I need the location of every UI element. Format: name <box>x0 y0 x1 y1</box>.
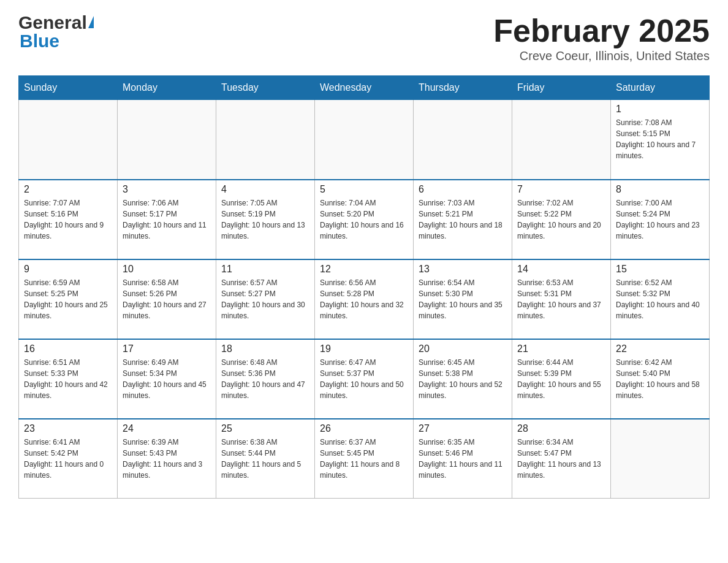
day-info: Sunrise: 7:05 AMSunset: 5:19 PMDaylight:… <box>221 197 309 242</box>
calendar-day-cell: 25Sunrise: 6:38 AMSunset: 5:44 PMDayligh… <box>216 419 315 499</box>
calendar-week-row: 2Sunrise: 7:07 AMSunset: 5:16 PMDaylight… <box>19 180 710 259</box>
day-info: Sunrise: 7:02 AMSunset: 5:22 PMDaylight:… <box>517 197 605 242</box>
day-number: 11 <box>221 264 309 275</box>
day-number: 23 <box>24 423 112 434</box>
day-info: Sunrise: 7:00 AMSunset: 5:24 PMDaylight:… <box>616 197 704 242</box>
day-number: 8 <box>616 184 704 195</box>
day-info: Sunrise: 6:56 AMSunset: 5:28 PMDaylight:… <box>320 277 408 321</box>
calendar-day-cell <box>216 100 315 180</box>
day-info: Sunrise: 6:59 AMSunset: 5:25 PMDaylight:… <box>24 277 112 321</box>
day-info: Sunrise: 6:38 AMSunset: 5:44 PMDaylight:… <box>221 437 309 481</box>
day-number: 10 <box>123 264 211 275</box>
day-number: 18 <box>221 343 309 354</box>
day-number: 1 <box>616 104 704 115</box>
day-info: Sunrise: 6:57 AMSunset: 5:27 PMDaylight:… <box>221 277 309 321</box>
day-info: Sunrise: 6:49 AMSunset: 5:34 PMDaylight:… <box>123 357 211 401</box>
calendar-day-cell: 19Sunrise: 6:47 AMSunset: 5:37 PMDayligh… <box>315 339 414 419</box>
day-info: Sunrise: 6:47 AMSunset: 5:37 PMDaylight:… <box>320 357 408 401</box>
day-number: 15 <box>616 264 704 275</box>
day-of-week-header: Wednesday <box>315 76 414 100</box>
day-number: 27 <box>419 423 507 434</box>
day-info: Sunrise: 7:04 AMSunset: 5:20 PMDaylight:… <box>320 197 408 242</box>
day-info: Sunrise: 6:34 AMSunset: 5:47 PMDaylight:… <box>517 437 605 481</box>
calendar-day-cell: 7Sunrise: 7:02 AMSunset: 5:22 PMDaylight… <box>512 180 611 259</box>
calendar-header-row: SundayMondayTuesdayWednesdayThursdayFrid… <box>19 76 710 100</box>
day-number: 13 <box>419 264 507 275</box>
day-info: Sunrise: 7:03 AMSunset: 5:21 PMDaylight:… <box>419 197 507 242</box>
calendar-day-cell: 6Sunrise: 7:03 AMSunset: 5:21 PMDaylight… <box>414 180 512 259</box>
day-number: 21 <box>517 343 605 354</box>
logo: General Blue <box>18 12 94 52</box>
calendar-day-cell: 13Sunrise: 6:54 AMSunset: 5:30 PMDayligh… <box>414 259 512 339</box>
day-number: 24 <box>123 423 211 434</box>
day-info: Sunrise: 6:35 AMSunset: 5:46 PMDaylight:… <box>419 437 507 481</box>
day-info: Sunrise: 6:41 AMSunset: 5:42 PMDaylight:… <box>24 437 112 481</box>
day-number: 25 <box>221 423 309 434</box>
day-info: Sunrise: 6:54 AMSunset: 5:30 PMDaylight:… <box>419 277 507 321</box>
calendar-day-cell: 4Sunrise: 7:05 AMSunset: 5:19 PMDaylight… <box>216 180 315 259</box>
calendar-day-cell: 5Sunrise: 7:04 AMSunset: 5:20 PMDaylight… <box>315 180 414 259</box>
calendar-day-cell: 16Sunrise: 6:51 AMSunset: 5:33 PMDayligh… <box>19 339 118 419</box>
calendar-day-cell: 3Sunrise: 7:06 AMSunset: 5:17 PMDaylight… <box>118 180 216 259</box>
day-number: 5 <box>320 184 408 195</box>
day-info: Sunrise: 6:51 AMSunset: 5:33 PMDaylight:… <box>24 357 112 401</box>
calendar-day-cell: 11Sunrise: 6:57 AMSunset: 5:27 PMDayligh… <box>216 259 315 339</box>
day-number: 2 <box>24 184 112 195</box>
day-info: Sunrise: 7:06 AMSunset: 5:17 PMDaylight:… <box>123 197 211 242</box>
calendar-day-cell: 10Sunrise: 6:58 AMSunset: 5:26 PMDayligh… <box>118 259 216 339</box>
day-info: Sunrise: 6:48 AMSunset: 5:36 PMDaylight:… <box>221 357 309 401</box>
calendar-day-cell: 26Sunrise: 6:37 AMSunset: 5:45 PMDayligh… <box>315 419 414 499</box>
day-number: 7 <box>517 184 605 195</box>
calendar-day-cell <box>315 100 414 180</box>
calendar-day-cell <box>118 100 216 180</box>
day-number: 26 <box>320 423 408 434</box>
day-of-week-header: Thursday <box>414 76 512 100</box>
day-number: 22 <box>616 343 704 354</box>
day-number: 20 <box>419 343 507 354</box>
day-info: Sunrise: 6:52 AMSunset: 5:32 PMDaylight:… <box>616 277 704 321</box>
calendar-day-cell <box>611 419 710 499</box>
day-info: Sunrise: 7:07 AMSunset: 5:16 PMDaylight:… <box>24 197 112 242</box>
day-number: 3 <box>123 184 211 195</box>
calendar-day-cell <box>414 100 512 180</box>
page-header: General Blue February 2025 Creve Coeur, … <box>18 12 710 63</box>
day-number: 14 <box>517 264 605 275</box>
day-info: Sunrise: 7:08 AMSunset: 5:15 PMDaylight:… <box>616 117 704 161</box>
day-number: 19 <box>320 343 408 354</box>
calendar-week-row: 16Sunrise: 6:51 AMSunset: 5:33 PMDayligh… <box>19 339 710 419</box>
calendar-day-cell: 17Sunrise: 6:49 AMSunset: 5:34 PMDayligh… <box>118 339 216 419</box>
day-number: 16 <box>24 343 112 354</box>
title-area: February 2025 Creve Coeur, Illinois, Uni… <box>493 12 710 63</box>
day-of-week-header: Sunday <box>19 76 118 100</box>
logo-blue: Blue <box>20 31 59 52</box>
calendar-day-cell: 24Sunrise: 6:39 AMSunset: 5:43 PMDayligh… <box>118 419 216 499</box>
day-number: 9 <box>24 264 112 275</box>
day-number: 6 <box>419 184 507 195</box>
calendar-day-cell: 8Sunrise: 7:00 AMSunset: 5:24 PMDaylight… <box>611 180 710 259</box>
day-info: Sunrise: 6:44 AMSunset: 5:39 PMDaylight:… <box>517 357 605 401</box>
calendar-day-cell: 14Sunrise: 6:53 AMSunset: 5:31 PMDayligh… <box>512 259 611 339</box>
calendar-day-cell: 20Sunrise: 6:45 AMSunset: 5:38 PMDayligh… <box>414 339 512 419</box>
day-number: 28 <box>517 423 605 434</box>
day-number: 12 <box>320 264 408 275</box>
calendar-day-cell: 21Sunrise: 6:44 AMSunset: 5:39 PMDayligh… <box>512 339 611 419</box>
day-info: Sunrise: 6:39 AMSunset: 5:43 PMDaylight:… <box>123 437 211 481</box>
calendar-day-cell: 9Sunrise: 6:59 AMSunset: 5:25 PMDaylight… <box>19 259 118 339</box>
month-title: February 2025 <box>493 12 710 49</box>
calendar-day-cell <box>19 100 118 180</box>
day-of-week-header: Monday <box>118 76 216 100</box>
calendar-day-cell: 23Sunrise: 6:41 AMSunset: 5:42 PMDayligh… <box>19 419 118 499</box>
calendar-day-cell: 12Sunrise: 6:56 AMSunset: 5:28 PMDayligh… <box>315 259 414 339</box>
calendar-day-cell: 2Sunrise: 7:07 AMSunset: 5:16 PMDaylight… <box>19 180 118 259</box>
calendar-week-row: 23Sunrise: 6:41 AMSunset: 5:42 PMDayligh… <box>19 419 710 499</box>
calendar-table: SundayMondayTuesdayWednesdayThursdayFrid… <box>18 75 710 499</box>
calendar-day-cell: 18Sunrise: 6:48 AMSunset: 5:36 PMDayligh… <box>216 339 315 419</box>
calendar-day-cell: 1Sunrise: 7:08 AMSunset: 5:15 PMDaylight… <box>611 100 710 180</box>
day-of-week-header: Tuesday <box>216 76 315 100</box>
logo-triangle-icon <box>88 16 94 28</box>
calendar-day-cell: 27Sunrise: 6:35 AMSunset: 5:46 PMDayligh… <box>414 419 512 499</box>
day-number: 17 <box>123 343 211 354</box>
day-number: 4 <box>221 184 309 195</box>
day-info: Sunrise: 6:53 AMSunset: 5:31 PMDaylight:… <box>517 277 605 321</box>
day-of-week-header: Friday <box>512 76 611 100</box>
